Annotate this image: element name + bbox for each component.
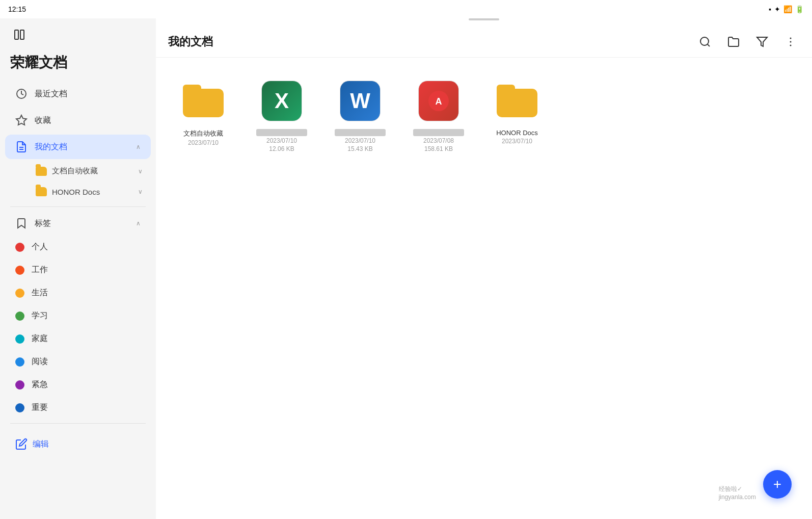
sidebar-item-mydocs-section: 我的文档 ∧ 文档自动收藏 ∨ HONOR Docs [0, 134, 156, 202]
tag-item-reading[interactable]: 阅读 [5, 351, 151, 372]
tag-item-urgent[interactable]: 紧急 [5, 374, 151, 395]
bluetooth-icon: ✦ [774, 5, 780, 13]
life-color-dot [15, 289, 24, 298]
filter-button[interactable] [753, 33, 771, 51]
svg-rect-0 [15, 30, 18, 39]
tag-life-label: 生活 [32, 288, 48, 298]
drag-indicator [469, 18, 499, 20]
tag-important-label: 重要 [32, 402, 48, 413]
file-date-autocollect: 2023/07/10 [188, 139, 219, 146]
tags-chevron-up-icon: ∧ [136, 220, 141, 227]
tag-item-study[interactable]: 学习 [5, 305, 151, 326]
watermark-subtext: jingyanla.com [719, 494, 756, 501]
urgent-color-dot [15, 380, 24, 390]
battery-icon: ▪ [769, 5, 771, 13]
sidebar-item-recent-label: 最近文档 [35, 89, 67, 99]
sidebar-child-honordocs[interactable]: HONOR Docs ∨ [10, 182, 151, 201]
search-button[interactable] [696, 33, 714, 51]
study-color-dot [15, 312, 24, 321]
file-name-honordocs: HONOR Docs [496, 129, 538, 137]
work-color-dot [15, 266, 24, 275]
svg-point-6 [700, 37, 709, 45]
wifi-icon: 📶 [783, 5, 792, 13]
sidebar-child-autocollect-label: 文档自动收藏 [52, 166, 98, 176]
tag-item-important[interactable]: 重要 [5, 397, 151, 418]
folder-small-icon [36, 167, 47, 176]
folder-icon-autocollect [180, 78, 226, 124]
file-item-pdf[interactable]: A 2023/07/08 158.61 KB [405, 72, 472, 159]
important-color-dot [15, 403, 24, 412]
watermark: 经验啦✓ jingyanla.com [719, 485, 756, 501]
tag-work-label: 工作 [32, 265, 48, 275]
time: 12:15 [8, 5, 26, 13]
tag-personal-label: 个人 [32, 242, 48, 252]
file-item-excel[interactable]: X 2023/07/10 12.06 KB [249, 72, 315, 159]
file-date-word: 2023/07/10 [345, 137, 375, 144]
sidebar-item-favorites-label: 收藏 [35, 115, 51, 126]
sidebar-tags-header[interactable]: 标签 ∧ [5, 212, 151, 235]
reading-color-dot [15, 357, 24, 367]
tag-item-life[interactable]: 生活 [5, 282, 151, 303]
folder-icon-honordocs [494, 78, 540, 124]
sidebar-edit-button[interactable]: 编辑 [5, 432, 151, 456]
sidebar-item-recent[interactable]: 最近文档 [5, 82, 151, 106]
tag-header-left: 标签 [15, 217, 51, 229]
file-date-pdf: 2023/07/08 [423, 137, 454, 144]
sidebar-item-mydocs-label: 我的文档 [35, 142, 129, 152]
file-name-autocollect: 文档自动收藏 [183, 129, 223, 138]
tags-section-label: 标签 [35, 218, 51, 229]
tag-item-family[interactable]: 家庭 [5, 328, 151, 349]
folder-small-icon-2 [36, 187, 47, 196]
sidebar: 荣耀文档 最近文档 收藏 [0, 18, 156, 519]
sidebar-child-autocollect[interactable]: 文档自动收藏 ∨ [10, 161, 151, 181]
bookmark-icon [15, 217, 28, 229]
edit-label: 编辑 [33, 439, 49, 450]
header-actions [696, 33, 800, 51]
tag-item-work[interactable]: 工作 [5, 260, 151, 280]
file-grid: 文档自动收藏 2023/07/10 X 2023/07/10 12.06 KB … [156, 58, 812, 519]
sidebar-toggle-button[interactable] [10, 25, 29, 44]
folder-body-2 [497, 89, 537, 117]
sidebar-item-favorites[interactable]: 收藏 [5, 108, 151, 133]
sidebar-item-mydocs[interactable]: 我的文档 ∧ [5, 135, 151, 159]
fab-icon: + [773, 476, 781, 492]
file-name-pdf [413, 129, 464, 136]
tag-study-label: 学习 [32, 310, 48, 321]
divider-1 [10, 206, 146, 207]
excel-icon-container: X [259, 78, 305, 124]
app-container: 荣耀文档 最近文档 收藏 [0, 18, 812, 519]
svg-marker-3 [16, 115, 26, 125]
more-button[interactable] [781, 33, 800, 51]
word-icon-container: W [337, 78, 383, 124]
sidebar-child-honordocs-label: HONOR Docs [52, 188, 100, 196]
svg-point-11 [790, 45, 792, 46]
file-name-word [335, 129, 386, 136]
folder-big-icon-2 [497, 85, 537, 117]
file-item-autocollect[interactable]: 文档自动收藏 2023/07/10 [170, 72, 236, 159]
personal-color-dot [15, 243, 24, 252]
status-bar: 12:15 ▪ ✦ 📶 🔋 [0, 0, 812, 18]
signal-icon: 🔋 [795, 5, 804, 13]
file-item-honordocs[interactable]: HONOR Docs 2023/07/10 [484, 72, 550, 159]
tag-urgent-label: 紧急 [32, 379, 48, 390]
tag-item-personal[interactable]: 个人 [5, 237, 151, 257]
family-color-dot [15, 334, 24, 344]
sidebar-child-autocollect-left: 文档自动收藏 [36, 166, 98, 176]
folder-button[interactable] [724, 33, 743, 51]
file-item-word[interactable]: W 2023/07/10 15.43 KB [327, 72, 393, 159]
svg-text:A: A [436, 96, 442, 107]
svg-rect-1 [20, 30, 24, 39]
file-size-pdf: 158.61 KB [424, 145, 453, 152]
doc-icon [15, 141, 28, 153]
watermark-text: 经验啦✓ [719, 485, 756, 494]
fab-add-button[interactable]: + [763, 470, 792, 499]
main-content: 我的文档 [156, 18, 812, 519]
sidebar-mydocs-children: 文档自动收藏 ∨ HONOR Docs ∨ [0, 160, 156, 202]
svg-point-9 [790, 38, 792, 39]
clock-icon [15, 88, 28, 100]
pdf-icon-container: A [416, 78, 462, 124]
sidebar-child-honordocs-left: HONOR Docs [36, 187, 100, 196]
file-name-excel [256, 129, 307, 136]
folder-body [183, 89, 224, 117]
file-size-excel: 12.06 KB [269, 145, 294, 152]
